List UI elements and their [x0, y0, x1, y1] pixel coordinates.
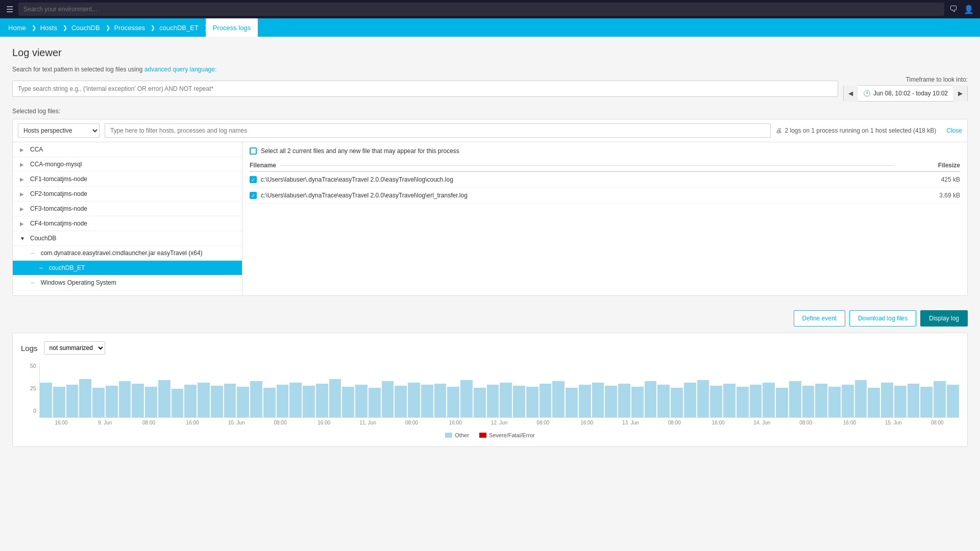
tree-item-cf1[interactable]: ▶ CF1-tomcatjms-node — [13, 172, 242, 187]
select-all-checkbox[interactable] — [250, 147, 257, 155]
display-log-button[interactable]: Display log — [920, 310, 968, 327]
menu-icon[interactable]: ☰ — [6, 5, 13, 14]
chart-bar-34 — [487, 385, 499, 417]
download-log-button[interactable]: Download log files — [849, 310, 916, 327]
file-checkbox-1[interactable]: ✓ — [250, 176, 257, 183]
top-bar-icons: 🗨 👤 — [949, 5, 974, 14]
tree-item-cca[interactable]: ▶ CCA — [13, 142, 242, 157]
file-row-1: ✓ c:\Users\labuser\.dynaTrace\easyTravel… — [250, 171, 960, 188]
log-search-input[interactable] — [12, 81, 838, 97]
advanced-query-link[interactable]: advanced query language: — [144, 66, 216, 73]
messages-icon[interactable]: 🗨 — [949, 5, 958, 14]
x-label-0800-3: 08:00 — [390, 420, 434, 425]
chart-bar-40 — [566, 388, 578, 417]
tree-item-cca-mongo[interactable]: ▶ CCA-mongo-mysql — [13, 157, 242, 172]
chart-bar-65 — [894, 386, 906, 417]
chart-bar-56 — [776, 388, 788, 417]
logs-summarize-select[interactable]: not summarized by severity by message — [44, 341, 105, 355]
tree-item-couchdbet[interactable]: – couchDB_ET — [13, 261, 242, 276]
tree-item-cf2[interactable]: ▶ CF2-tomcatjms-node — [13, 187, 242, 202]
user-icon[interactable]: 👤 — [964, 5, 974, 14]
timeframe-value: 🕐 Jun 08, 10:02 - today 10:02 — [858, 86, 953, 101]
chart-bar-15 — [237, 387, 249, 417]
global-search-input[interactable] — [18, 3, 944, 16]
x-label-1600: 16:00 — [39, 420, 83, 425]
chart-bar-33 — [474, 388, 486, 417]
chart-bar-35 — [500, 383, 512, 417]
logs-header: Logs not summarized by severity by messa… — [21, 341, 959, 355]
chart-bar-41 — [579, 385, 591, 417]
close-btn[interactable]: Close — [946, 127, 962, 134]
tree-item-cf4[interactable]: ▶ CF4-tomcatjms-node — [13, 216, 242, 231]
chart-bar-2 — [66, 385, 79, 417]
breadcrumb-hosts[interactable]: Hosts — [33, 18, 64, 37]
expand-arrow: ▶ — [20, 147, 26, 153]
breadcrumb-processes[interactable]: Processes — [107, 18, 153, 37]
chart-bar-43 — [605, 386, 617, 417]
log-filter-input[interactable] — [105, 123, 771, 138]
split-panel: ▶ CCA ▶ CCA-mongo-mysql ▶ CF1-tomcatjms-… — [13, 142, 967, 295]
breadcrumb-couchdbet[interactable]: couchDB_ET — [152, 18, 206, 37]
breadcrumb-couchdb[interactable]: CouchDB — [64, 18, 107, 37]
search-section: Search for text pattern in selected log … — [12, 66, 968, 102]
x-label-9jun: 9. Jun — [83, 420, 127, 425]
x-label-11jun: 11. Jun — [346, 420, 390, 425]
chart-bar-0 — [40, 383, 52, 417]
breadcrumb-process-logs[interactable]: Process logs — [206, 18, 258, 37]
chart-bar-26 — [382, 381, 394, 417]
chart-bar-8 — [145, 387, 157, 417]
chart-bar-17 — [263, 388, 276, 417]
chart-bar-16 — [250, 381, 262, 417]
top-bar: ☰ 🗨 👤 — [0, 0, 980, 18]
file-size-1: 425 kB — [895, 171, 960, 188]
x-label-0800-2: 08:00 — [258, 420, 302, 425]
chart-bar-64 — [881, 383, 893, 417]
x-label-1600-5: 16:00 — [565, 420, 609, 425]
chart-bar-53 — [737, 387, 749, 417]
tree-item-couchdb[interactable]: ▼ CouchDB — [13, 231, 242, 246]
chart-bar-20 — [303, 386, 315, 417]
logs-section: Logs not summarized by severity by messa… — [12, 333, 968, 447]
file-checkbox-2[interactable]: ✓ — [250, 192, 257, 199]
x-label-1600-3: 16:00 — [302, 420, 346, 425]
dash-icon: – — [31, 279, 35, 286]
timeframe-container: Timeframe to look into: ◀ 🕐 Jun 08, 10:0… — [843, 76, 968, 102]
tree-item-windows-os[interactable]: – Windows Operating System — [13, 276, 242, 290]
chart-bar-30 — [434, 384, 447, 417]
check-icon: ✓ — [251, 177, 255, 183]
timeframe-next-btn[interactable]: ▶ — [953, 85, 967, 102]
file-path-1: ✓ c:\Users\labuser\.dynaTrace\easyTravel… — [250, 171, 895, 188]
x-label-10jun: 10. Jun — [214, 420, 258, 425]
x-label-1600-7: 16:00 — [828, 420, 872, 425]
expand-arrow: ▶ — [20, 162, 26, 167]
chart-bar-44 — [618, 384, 630, 417]
select-all-row: Select all 2 current files and any new f… — [250, 147, 960, 155]
chart-bar-3 — [79, 379, 91, 417]
x-label-0800-7: 08:00 — [915, 420, 959, 425]
breadcrumb-home[interactable]: Home — [0, 18, 33, 37]
tree-item-cmdlauncher[interactable]: – com.dynatrace.easytravel.cmdlauncher.j… — [13, 246, 242, 261]
chart-bar-42 — [592, 383, 604, 417]
chart-bar-29 — [421, 385, 433, 417]
dash-icon: – — [31, 249, 35, 257]
selected-log-label: Selected log files: — [12, 108, 968, 115]
chart-bar-31 — [447, 387, 459, 417]
x-label-1600-6: 16:00 — [696, 420, 740, 425]
file-size-2: 3.69 kB — [895, 188, 960, 204]
expand-arrow: ▶ — [20, 177, 26, 182]
chart-bar-61 — [842, 385, 854, 417]
x-label-12jun: 12. Jun — [477, 420, 521, 425]
x-label-14jun: 14. Jun — [740, 420, 784, 425]
chart-bar-6 — [119, 381, 131, 417]
chart-bar-18 — [277, 385, 289, 417]
chart-bar-60 — [828, 387, 841, 417]
x-label-13jun: 13. Jun — [609, 420, 653, 425]
chart-bar-52 — [723, 384, 736, 417]
define-event-button[interactable]: Define event — [794, 310, 845, 327]
expand-arrow: ▶ — [20, 191, 26, 197]
timeframe-prev-btn[interactable]: ◀ — [844, 85, 858, 102]
clock-icon: 🕐 — [863, 90, 871, 97]
perspective-select[interactable]: Hosts perspective Process perspective — [18, 123, 100, 138]
tree-item-cf3[interactable]: ▶ CF3-tomcatjms-node — [13, 202, 242, 216]
chart-bar-13 — [211, 386, 223, 417]
